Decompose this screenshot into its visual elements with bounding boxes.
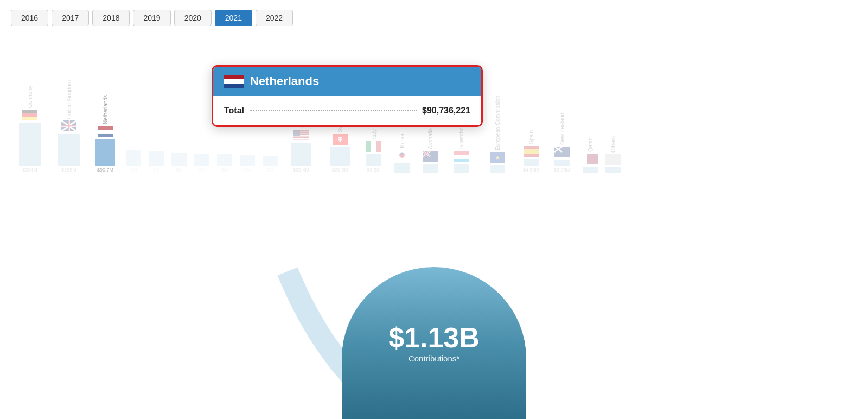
svg-rect-0 — [224, 75, 244, 79]
netherlands-flag-icon — [224, 75, 244, 88]
year-tabs-container: 2016201720182019202020212022 — [0, 0, 304, 36]
year-tab-2022[interactable]: 2022 — [256, 10, 293, 26]
central-circle: $1.13B Contributions* — [342, 267, 526, 419]
central-label: Contributions* — [409, 354, 459, 363]
year-tab-2017[interactable]: 2017 — [52, 10, 89, 26]
tooltip-country-name: Netherlands — [250, 74, 319, 88]
year-tab-2018[interactable]: 2018 — [92, 10, 130, 26]
central-amount: $1.13B — [388, 323, 480, 352]
tooltip-dots — [250, 110, 417, 111]
netherlands-tooltip: Netherlands Total $90,736,221 — [212, 65, 483, 127]
year-tab-2020[interactable]: 2020 — [174, 10, 212, 26]
svg-rect-1 — [224, 79, 244, 84]
svg-rect-2 — [224, 84, 244, 88]
tooltip-header: Netherlands — [213, 67, 481, 96]
tooltip-total-value: $90,736,221 — [422, 106, 470, 116]
year-tab-2019[interactable]: 2019 — [133, 10, 170, 26]
year-tab-2021[interactable]: 2021 — [215, 10, 252, 26]
year-tab-2016[interactable]: 2016 — [11, 10, 48, 26]
tooltip-total-label: Total — [224, 106, 244, 116]
tooltip-body: Total $90,736,221 — [213, 96, 481, 125]
